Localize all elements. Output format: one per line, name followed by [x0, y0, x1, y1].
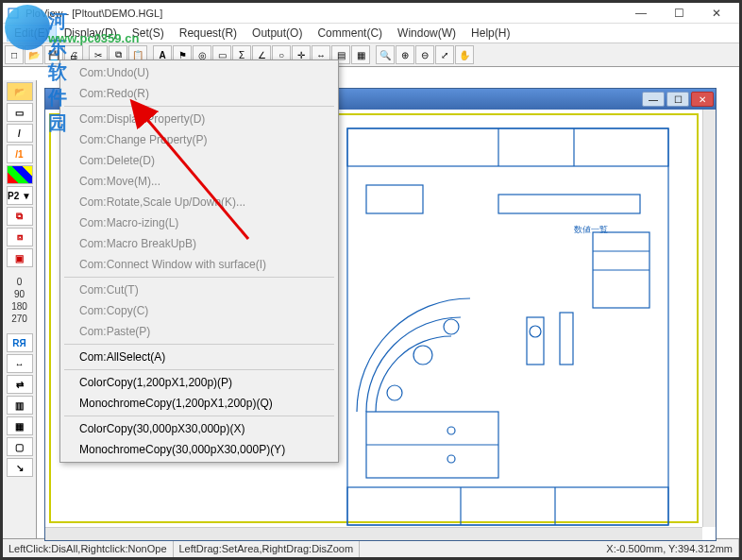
- annotation-arrow: [3, 3, 742, 560]
- svg-line-24: [144, 116, 248, 239]
